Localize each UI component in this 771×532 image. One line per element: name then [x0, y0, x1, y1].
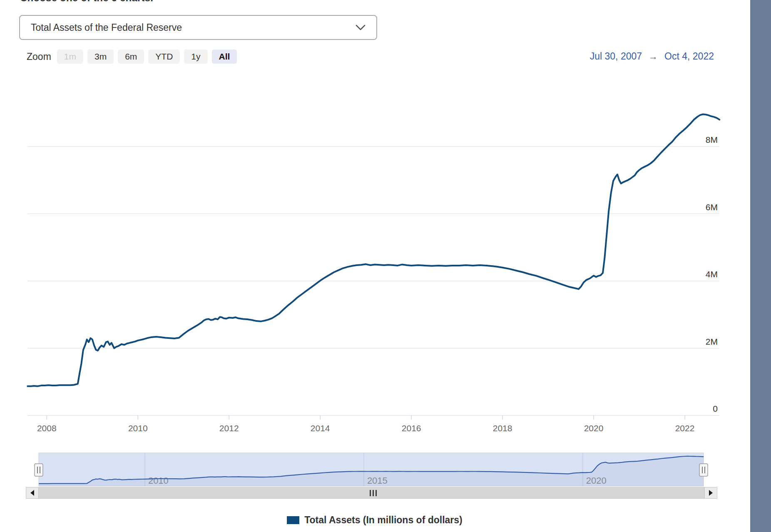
x-axis: 20082010201220142016201820202022: [37, 415, 694, 433]
legend-label: Total Assets (In millions of dollars): [304, 515, 463, 526]
x-axis-label: 2018: [493, 423, 512, 433]
date-to[interactable]: Oct 4, 2022: [664, 51, 714, 62]
zoom-button-6m[interactable]: 6m: [118, 50, 144, 64]
y-axis-label: 8M: [706, 135, 718, 144]
navigator-right-handle[interactable]: [699, 464, 708, 476]
page-title: Choose one of the 6 charts.: [20, 0, 153, 4]
scrollbar-right-button[interactable]: [704, 487, 717, 499]
x-axis-label: 2020: [584, 423, 604, 433]
y-axis-label: 4M: [706, 269, 718, 279]
legend-swatch: [287, 516, 299, 524]
x-axis-label: 2014: [311, 423, 330, 433]
y-axis-label: 2M: [706, 337, 718, 346]
main-chart-svg[interactable]: 02M4M6M8M2008201020122014201620182020202…: [0, 71, 749, 450]
fed-chart-page: Choose one of the 6 charts. Total Assets…: [0, 0, 771, 532]
main-gridlines: [27, 147, 719, 415]
zoom-button-3m[interactable]: 3m: [87, 50, 114, 64]
zoom-button-all[interactable]: All: [212, 50, 237, 64]
x-axis-label: 2012: [219, 423, 239, 433]
x-axis-label: 2010: [128, 423, 148, 433]
arrow-left-icon: [30, 490, 34, 496]
zoom-buttons-group: 1m3m6mYTD1yAll: [57, 50, 241, 64]
chart-select-value: Total Assets of the Federal Reserve: [31, 22, 356, 33]
window-scrollbar-region[interactable]: [750, 0, 771, 532]
x-axis-label: 2016: [402, 423, 421, 433]
zoom-label: Zoom: [27, 51, 51, 62]
navigator-left-handle[interactable]: [35, 464, 43, 476]
date-from[interactable]: Jul 30, 2007: [590, 51, 642, 62]
zoom-button-ytd[interactable]: YTD: [148, 50, 180, 64]
arrow-right-icon: [709, 490, 713, 496]
chart-select-dropdown[interactable]: Total Assets of the Federal Reserve: [19, 15, 377, 40]
date-arrow-icon: →: [649, 51, 658, 62]
scrollbar-grip-icon[interactable]: [370, 490, 377, 496]
x-axis-label: 2008: [37, 423, 57, 433]
range-selector: Zoom 1m3m6mYTD1yAll: [27, 49, 241, 64]
navigator-svg[interactable]: 201020152020: [21, 450, 754, 491]
chevron-down-icon: [356, 25, 366, 31]
x-axis-label: 2022: [675, 423, 695, 433]
y-axis-label: 6M: [706, 202, 718, 212]
date-range: Jul 30, 2007 → Oct 4, 2022: [590, 51, 714, 62]
zoom-button-1m: 1m: [57, 50, 83, 64]
scrollbar-left-button[interactable]: [26, 487, 39, 499]
chart-legend[interactable]: Total Assets (In millions of dollars): [0, 515, 749, 526]
zoom-button-1y[interactable]: 1y: [184, 50, 207, 64]
y-axis-label: 0: [713, 404, 718, 413]
series-line-total-assets[interactable]: [27, 114, 719, 386]
